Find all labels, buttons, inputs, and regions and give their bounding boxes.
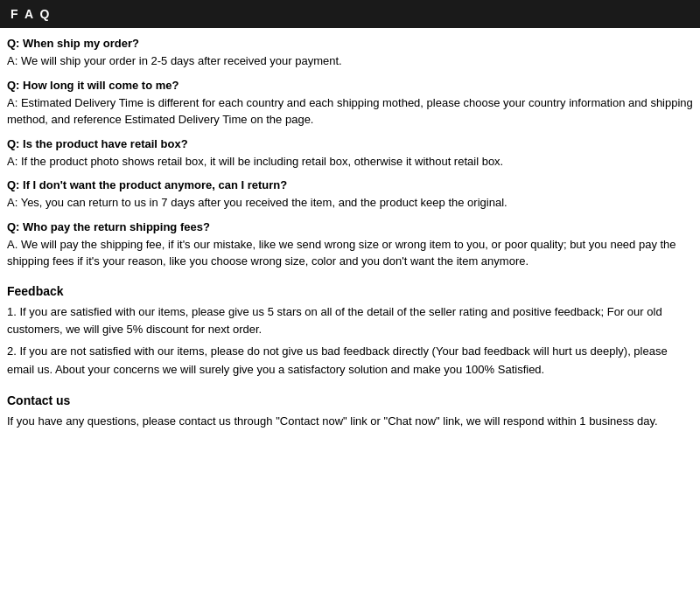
faq-title: F A Q: [10, 7, 51, 21]
question-1: Q: When ship my order?: [7, 37, 693, 50]
answer-4: A: Yes, you can return to us in 7 days a…: [7, 194, 693, 212]
main-content: Q: When ship my order? A: We will ship y…: [0, 37, 700, 430]
faq-item-5: Q: Who pay the return shipping fees? A. …: [7, 220, 693, 270]
feedback-point-2: 2. If you are not satisfied with our ite…: [7, 343, 693, 379]
question-2: Q: How long it will come to me?: [7, 79, 693, 92]
feedback-section: Feedback 1. If you are satisfied with ou…: [7, 284, 693, 379]
question-4: Q: If I don't want the product anymore, …: [7, 178, 693, 191]
contact-text: If you have any questions, please contac…: [7, 413, 693, 431]
answer-5: A. We will pay the shipping fee, if it's…: [7, 236, 693, 270]
feedback-point-1: 1. If you are satisfied with our items, …: [7, 303, 693, 340]
faq-item-1: Q: When ship my order? A: We will ship y…: [7, 37, 693, 70]
faq-item-4: Q: If I don't want the product anymore, …: [7, 178, 693, 212]
faq-header: F A Q: [0, 0, 700, 28]
contact-section: Contact us If you have any questions, pl…: [7, 393, 693, 431]
answer-2: A: Estimated Delivery Time is different …: [7, 94, 693, 129]
faq-item-3: Q: Is the product have retail box? A: If…: [7, 137, 693, 170]
feedback-title: Feedback: [7, 284, 693, 298]
contact-title: Contact us: [7, 393, 693, 407]
answer-1: A: We will ship your order in 2-5 days a…: [7, 52, 693, 70]
faq-section: Q: When ship my order? A: We will ship y…: [7, 37, 693, 270]
answer-3: A: If the product photo shows retail box…: [7, 153, 693, 170]
faq-item-2: Q: How long it will come to me? A: Estim…: [7, 79, 693, 129]
question-5: Q: Who pay the return shipping fees?: [7, 220, 693, 233]
question-3: Q: Is the product have retail box?: [7, 137, 693, 150]
